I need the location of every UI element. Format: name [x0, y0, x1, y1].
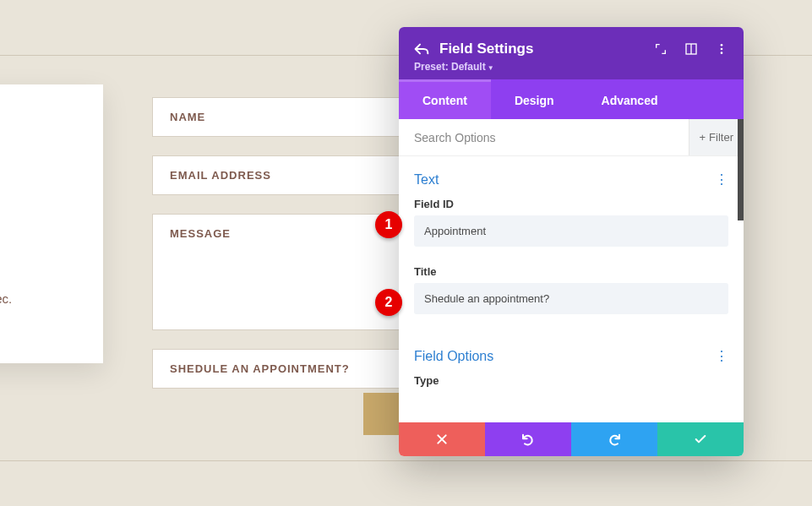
undo-icon — [521, 433, 535, 446]
back-icon[interactable] — [414, 42, 429, 56]
divider-bottom — [0, 460, 812, 461]
lorem-text: asse nec. leo. — [0, 287, 144, 335]
expand-icon[interactable] — [654, 42, 668, 56]
tab-advanced[interactable]: Advanced — [578, 79, 682, 119]
modal-body: + Filter Text ⋮ Field ID Title Field Opt… — [399, 119, 744, 430]
modal-tabs: Content Design Advanced — [399, 79, 744, 119]
title-label: Title — [414, 265, 728, 278]
cancel-button[interactable] — [399, 422, 485, 456]
field-id-input[interactable] — [414, 215, 728, 247]
section-options-title: Field Options — [414, 349, 493, 364]
scrollbar[interactable] — [738, 119, 744, 220]
undo-button[interactable] — [485, 422, 571, 456]
modal-title: Field Settings — [439, 41, 644, 57]
tab-design[interactable]: Design — [491, 79, 578, 119]
more-icon[interactable] — [715, 42, 728, 56]
filter-button[interactable]: + Filter — [689, 119, 744, 155]
close-icon — [435, 433, 449, 446]
chevron-down-icon: ▼ — [488, 64, 494, 72]
svg-point-2 — [721, 44, 723, 46]
layout-icon[interactable] — [684, 42, 698, 56]
svg-point-3 — [721, 48, 723, 51]
search-input[interactable] — [414, 131, 689, 144]
svg-point-4 — [721, 52, 723, 54]
save-button[interactable] — [657, 422, 744, 456]
section-text-more-icon[interactable]: ⋮ — [715, 171, 728, 188]
redo-button[interactable] — [571, 422, 657, 456]
field-settings-modal: Field Settings Preset: Default▼ Content … — [399, 27, 744, 456]
section-text-title: Text — [414, 172, 439, 188]
field-id-label: Field ID — [414, 198, 728, 210]
redo-icon — [608, 433, 621, 446]
modal-header: Field Settings Preset: Default▼ — [399, 27, 744, 79]
annotation-marker-2: 2 — [375, 289, 402, 316]
title-input[interactable] — [414, 283, 728, 314]
plus-icon: + — [700, 131, 706, 144]
preset-selector[interactable]: Preset: Default▼ — [414, 61, 728, 73]
type-label: Type — [414, 374, 728, 387]
section-options-more-icon[interactable]: ⋮ — [715, 348, 728, 364]
tab-content[interactable]: Content — [399, 79, 491, 119]
annotation-marker-1: 1 — [375, 211, 402, 238]
modal-footer — [399, 422, 744, 456]
check-icon — [694, 433, 707, 446]
